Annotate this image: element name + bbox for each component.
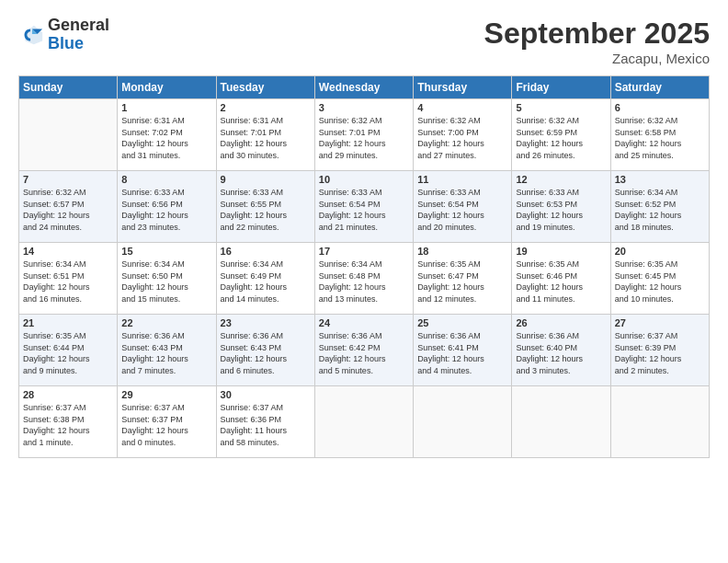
logo-text-general: General bbox=[48, 17, 109, 35]
day-number: 2 bbox=[221, 102, 311, 113]
day-info: Sunrise: 6:32 AM Sunset: 7:00 PM Dayligh… bbox=[417, 115, 507, 161]
day-number: 13 bbox=[615, 174, 705, 185]
calendar-cell: 13Sunrise: 6:34 AM Sunset: 6:52 PM Dayli… bbox=[610, 171, 709, 243]
header-day-monday: Monday bbox=[118, 76, 216, 99]
day-info: Sunrise: 6:35 AM Sunset: 6:47 PM Dayligh… bbox=[417, 259, 507, 304]
calendar-cell: 20Sunrise: 6:35 AM Sunset: 6:45 PM Dayli… bbox=[610, 243, 709, 315]
day-info: Sunrise: 6:32 AM Sunset: 6:59 PM Dayligh… bbox=[516, 115, 606, 161]
day-number: 28 bbox=[23, 389, 113, 400]
calendar-cell bbox=[512, 386, 610, 458]
header-day-saturday: Saturday bbox=[610, 76, 709, 99]
location: Zacapu, Mexico bbox=[484, 51, 710, 66]
calendar-cell: 30Sunrise: 6:37 AM Sunset: 6:36 PM Dayli… bbox=[216, 386, 314, 458]
day-info: Sunrise: 6:35 AM Sunset: 6:44 PM Dayligh… bbox=[23, 330, 113, 376]
day-number: 3 bbox=[319, 102, 409, 113]
day-info: Sunrise: 6:34 AM Sunset: 6:50 PM Dayligh… bbox=[121, 259, 211, 304]
day-number: 22 bbox=[121, 317, 211, 328]
day-info: Sunrise: 6:32 AM Sunset: 6:58 PM Dayligh… bbox=[615, 115, 705, 161]
day-info: Sunrise: 6:33 AM Sunset: 6:56 PM Dayligh… bbox=[121, 187, 211, 233]
day-number: 19 bbox=[516, 246, 606, 257]
day-number: 5 bbox=[516, 102, 606, 113]
calendar-cell bbox=[314, 386, 413, 458]
day-number: 14 bbox=[23, 246, 113, 257]
week-row-3: 14Sunrise: 6:34 AM Sunset: 6:51 PM Dayli… bbox=[19, 243, 710, 315]
calendar-cell: 16Sunrise: 6:34 AM Sunset: 6:49 PM Dayli… bbox=[216, 243, 314, 315]
day-info: Sunrise: 6:32 AM Sunset: 6:57 PM Dayligh… bbox=[23, 187, 113, 233]
day-number: 1 bbox=[121, 102, 211, 113]
day-number: 7 bbox=[23, 174, 113, 185]
day-info: Sunrise: 6:37 AM Sunset: 6:37 PM Dayligh… bbox=[121, 402, 211, 448]
day-info: Sunrise: 6:33 AM Sunset: 6:54 PM Dayligh… bbox=[319, 187, 409, 233]
day-number: 27 bbox=[615, 317, 705, 328]
calendar-cell: 29Sunrise: 6:37 AM Sunset: 6:37 PM Dayli… bbox=[118, 386, 216, 458]
header-day-sunday: Sunday bbox=[19, 76, 118, 99]
day-info: Sunrise: 6:36 AM Sunset: 6:43 PM Dayligh… bbox=[221, 330, 311, 376]
header-day-thursday: Thursday bbox=[414, 76, 512, 99]
week-row-4: 21Sunrise: 6:35 AM Sunset: 6:44 PM Dayli… bbox=[19, 315, 710, 386]
calendar-cell: 11Sunrise: 6:33 AM Sunset: 6:54 PM Dayli… bbox=[414, 171, 512, 243]
calendar-cell: 24Sunrise: 6:36 AM Sunset: 6:42 PM Dayli… bbox=[314, 315, 413, 386]
day-number: 17 bbox=[319, 246, 409, 257]
day-info: Sunrise: 6:31 AM Sunset: 7:02 PM Dayligh… bbox=[121, 115, 211, 161]
day-info: Sunrise: 6:34 AM Sunset: 6:49 PM Dayligh… bbox=[221, 259, 311, 304]
day-number: 11 bbox=[417, 174, 507, 185]
day-info: Sunrise: 6:35 AM Sunset: 6:45 PM Dayligh… bbox=[615, 259, 705, 304]
calendar-cell: 8Sunrise: 6:33 AM Sunset: 6:56 PM Daylig… bbox=[118, 171, 216, 243]
day-info: Sunrise: 6:34 AM Sunset: 6:51 PM Dayligh… bbox=[23, 259, 113, 304]
calendar-cell: 21Sunrise: 6:35 AM Sunset: 6:44 PM Dayli… bbox=[19, 315, 118, 386]
calendar-cell: 23Sunrise: 6:36 AM Sunset: 6:43 PM Dayli… bbox=[216, 315, 314, 386]
day-info: Sunrise: 6:32 AM Sunset: 7:01 PM Dayligh… bbox=[319, 115, 409, 161]
calendar-cell bbox=[414, 386, 512, 458]
calendar-cell: 19Sunrise: 6:35 AM Sunset: 6:46 PM Dayli… bbox=[512, 243, 610, 315]
day-number: 15 bbox=[121, 246, 211, 257]
day-number: 23 bbox=[221, 317, 311, 328]
day-info: Sunrise: 6:36 AM Sunset: 6:42 PM Dayligh… bbox=[319, 330, 409, 376]
day-info: Sunrise: 6:36 AM Sunset: 6:43 PM Dayligh… bbox=[121, 330, 211, 376]
week-row-1: 1Sunrise: 6:31 AM Sunset: 7:02 PM Daylig… bbox=[19, 99, 710, 171]
day-info: Sunrise: 6:35 AM Sunset: 6:46 PM Dayligh… bbox=[516, 259, 606, 304]
calendar-cell: 27Sunrise: 6:37 AM Sunset: 6:39 PM Dayli… bbox=[610, 315, 709, 386]
calendar-cell: 3Sunrise: 6:32 AM Sunset: 7:01 PM Daylig… bbox=[314, 99, 413, 171]
calendar-cell: 22Sunrise: 6:36 AM Sunset: 6:43 PM Dayli… bbox=[118, 315, 216, 386]
page: General Blue September 2025 Zacapu, Mexi… bbox=[0, 0, 728, 563]
calendar-cell bbox=[19, 99, 118, 171]
calendar-cell: 25Sunrise: 6:36 AM Sunset: 6:41 PM Dayli… bbox=[414, 315, 512, 386]
day-number: 30 bbox=[221, 389, 311, 400]
day-info: Sunrise: 6:34 AM Sunset: 6:48 PM Dayligh… bbox=[319, 259, 409, 304]
calendar-cell: 9Sunrise: 6:33 AM Sunset: 6:55 PM Daylig… bbox=[216, 171, 314, 243]
calendar-header-row: SundayMondayTuesdayWednesdayThursdayFrid… bbox=[19, 76, 710, 99]
calendar-table: SundayMondayTuesdayWednesdayThursdayFrid… bbox=[18, 75, 710, 458]
calendar-cell: 12Sunrise: 6:33 AM Sunset: 6:53 PM Dayli… bbox=[512, 171, 610, 243]
day-number: 16 bbox=[221, 246, 311, 257]
day-info: Sunrise: 6:37 AM Sunset: 6:36 PM Dayligh… bbox=[221, 402, 311, 448]
header-day-wednesday: Wednesday bbox=[314, 76, 413, 99]
calendar-cell: 1Sunrise: 6:31 AM Sunset: 7:02 PM Daylig… bbox=[118, 99, 216, 171]
week-row-2: 7Sunrise: 6:32 AM Sunset: 6:57 PM Daylig… bbox=[19, 171, 710, 243]
calendar-cell: 26Sunrise: 6:36 AM Sunset: 6:40 PM Dayli… bbox=[512, 315, 610, 386]
calendar-cell: 10Sunrise: 6:33 AM Sunset: 6:54 PM Dayli… bbox=[314, 171, 413, 243]
day-number: 29 bbox=[121, 389, 211, 400]
day-info: Sunrise: 6:31 AM Sunset: 7:01 PM Dayligh… bbox=[221, 115, 311, 161]
calendar-cell: 2Sunrise: 6:31 AM Sunset: 7:01 PM Daylig… bbox=[216, 99, 314, 171]
day-number: 18 bbox=[417, 246, 507, 257]
calendar-cell: 5Sunrise: 6:32 AM Sunset: 6:59 PM Daylig… bbox=[512, 99, 610, 171]
day-number: 26 bbox=[516, 317, 606, 328]
title-block: September 2025 Zacapu, Mexico bbox=[484, 17, 710, 66]
day-info: Sunrise: 6:36 AM Sunset: 6:40 PM Dayligh… bbox=[516, 330, 606, 376]
calendar-cell: 28Sunrise: 6:37 AM Sunset: 6:38 PM Dayli… bbox=[19, 386, 118, 458]
header-day-tuesday: Tuesday bbox=[216, 76, 314, 99]
header-day-friday: Friday bbox=[512, 76, 610, 99]
day-number: 10 bbox=[319, 174, 409, 185]
day-number: 25 bbox=[417, 317, 507, 328]
day-info: Sunrise: 6:33 AM Sunset: 6:55 PM Dayligh… bbox=[221, 187, 311, 233]
day-info: Sunrise: 6:36 AM Sunset: 6:41 PM Dayligh… bbox=[417, 330, 507, 376]
day-number: 24 bbox=[319, 317, 409, 328]
day-info: Sunrise: 6:37 AM Sunset: 6:39 PM Dayligh… bbox=[615, 330, 705, 376]
day-number: 20 bbox=[615, 246, 705, 257]
header: General Blue September 2025 Zacapu, Mexi… bbox=[18, 17, 710, 66]
calendar-cell: 18Sunrise: 6:35 AM Sunset: 6:47 PM Dayli… bbox=[414, 243, 512, 315]
day-number: 6 bbox=[615, 102, 705, 113]
logo-icon bbox=[18, 22, 44, 48]
day-number: 12 bbox=[516, 174, 606, 185]
logo-text-blue: Blue bbox=[48, 35, 109, 53]
